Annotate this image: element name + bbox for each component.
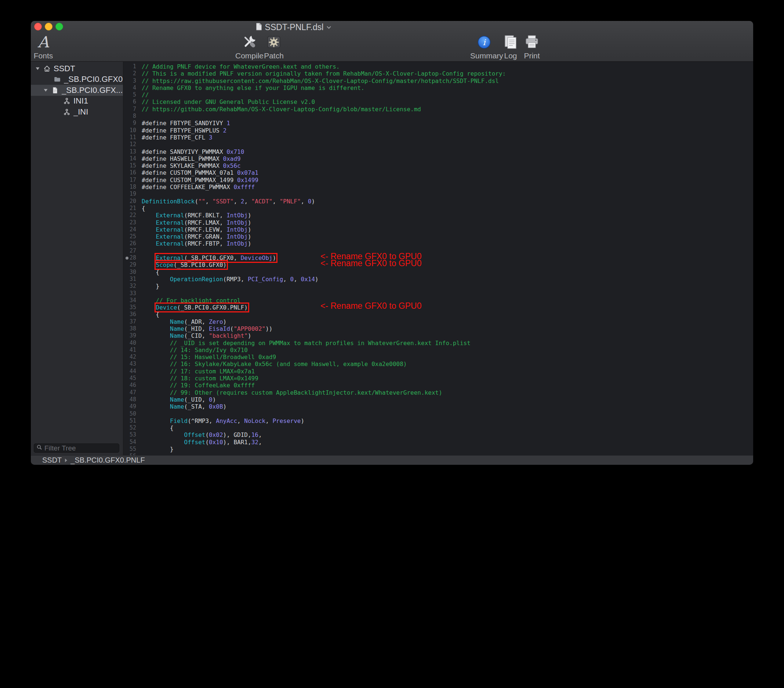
- home-icon: [43, 65, 51, 72]
- line-number: 5: [124, 91, 139, 98]
- code-area[interactable]: // Adding PNLF device for WhateverGreen.…: [139, 62, 753, 455]
- code-line: // 17: custom LMAX=0x7a1: [142, 368, 753, 375]
- code-line: // Rename GFX0 to anything else if your …: [142, 84, 753, 91]
- line-number: 25: [124, 233, 139, 240]
- sidebar-item-label: SSDT: [54, 64, 75, 73]
- code-line: // 19: CoffeeLake 0xffff: [142, 382, 753, 389]
- sidebar-item-label: _INI: [73, 107, 88, 117]
- line-number: 4: [124, 84, 139, 91]
- sidebar-item-sb-pci0-gfx0[interactable]: _SB.PCI0.GFX0: [31, 74, 123, 85]
- code-line: Field(^RMP3, AnyAcc, NoLock, Preserve): [142, 417, 753, 424]
- disclosure-triangle-icon[interactable]: [34, 66, 41, 71]
- printer-icon: [518, 33, 546, 51]
- line-number: 36: [124, 311, 139, 318]
- zoom-button[interactable]: [55, 23, 63, 30]
- code-line: [142, 453, 753, 455]
- line-number: 26: [124, 240, 139, 247]
- sidebar-item-sb-pci0-gfx[interactable]: _SB.PCI0.GFX...: [31, 85, 123, 96]
- line-number: 47: [124, 389, 139, 396]
- line-number: 44: [124, 368, 139, 375]
- filter-tree-input[interactable]: [44, 444, 116, 452]
- line-number: 34: [124, 297, 139, 304]
- code-line: Name(_HID, EisaId("APP0002")): [142, 325, 753, 332]
- fonts-button[interactable]: A Fonts: [31, 33, 56, 60]
- summary-button[interactable]: i Summary: [470, 33, 498, 60]
- line-number: 11: [124, 134, 139, 141]
- code-line: }: [142, 446, 753, 453]
- code-line: #define FBTYPE_CFL 3: [142, 134, 753, 141]
- annotation-red-box: Scope(_SB.PCI0.GFX0): [156, 261, 227, 268]
- compile-button[interactable]: Compile: [235, 33, 263, 60]
- line-number: 15: [124, 162, 139, 169]
- code-line: External(RMCF.LEVW, IntObj): [142, 226, 753, 233]
- code-line: // Licensed under GNU General Public Lic…: [142, 98, 753, 106]
- code-line: Name(_ADR, Zero): [142, 318, 753, 325]
- code-line: [142, 247, 753, 254]
- search-icon: [37, 445, 42, 452]
- sidebar-item-ssdt[interactable]: SSDT: [31, 63, 123, 74]
- close-button[interactable]: [34, 23, 42, 30]
- line-number-gutter: 1234567891011121314151617181920212223242…: [124, 62, 139, 455]
- maciasl-window: SSDT-PNLF.dsl A Fonts Compile: [31, 21, 753, 465]
- breadcrumb-separator-icon: [65, 459, 67, 462]
- annotation-red-box: Device(_SB.PCI0.GFX0.PNLF): [156, 304, 248, 311]
- line-number: 1: [124, 63, 139, 70]
- annotation-text: <- Rename GFX0 to GPU0: [320, 260, 422, 267]
- code-line: #define SKYLAKE_PWMMAX 0x56c: [142, 162, 753, 169]
- line-number: 2: [124, 70, 139, 77]
- chevron-down-icon[interactable]: [326, 24, 331, 30]
- line-number: 52: [124, 424, 139, 431]
- line-number: 49: [124, 403, 139, 410]
- code-line: // https://raw.githubusercontent.com/Reh…: [142, 78, 753, 84]
- code-line: // 99: Other (requires custom AppleBackl…: [142, 389, 753, 396]
- line-number: 30: [124, 269, 139, 276]
- code-line: #define SANDYIVY_PWMMAX 0x710: [142, 148, 753, 155]
- line-number: 32: [124, 283, 139, 290]
- filter-tree-field[interactable]: [34, 444, 119, 453]
- window-header: SSDT-PNLF.dsl A Fonts Compile: [31, 21, 753, 62]
- code-line: [142, 191, 753, 198]
- patch-icon: [260, 33, 288, 51]
- print-button[interactable]: Print: [518, 33, 546, 60]
- line-number: 22: [124, 212, 139, 219]
- window-title: SSDT-PNLF.dsl: [265, 22, 324, 32]
- patch-button[interactable]: Patch: [260, 33, 288, 60]
- summary-label: Summary: [470, 51, 498, 60]
- line-number: 6: [124, 98, 139, 106]
- fonts-icon: A: [31, 33, 56, 51]
- sidebar-item-ini1[interactable]: INI1: [31, 96, 123, 107]
- window-title-group[interactable]: SSDT-PNLF.dsl: [235, 22, 352, 32]
- minimize-button[interactable]: [45, 23, 53, 30]
- line-number: 3: [124, 78, 139, 84]
- code-line: // 14: Sandy/Ivy 0x710: [142, 346, 753, 353]
- ssdt-tree: SSDT_SB.PCI0.GFX0_SB.PCI0.GFX...INI1_INI: [31, 62, 123, 117]
- line-number: 51: [124, 417, 139, 424]
- line-number: 42: [124, 353, 139, 361]
- line-number: 33: [124, 290, 139, 297]
- line-number: 50: [124, 411, 139, 417]
- code-line: [142, 113, 753, 120]
- line-number: 23: [124, 219, 139, 226]
- document-icon: [51, 87, 59, 94]
- fonts-label: Fonts: [31, 51, 56, 60]
- sidebar-item-ini[interactable]: _INI: [31, 106, 123, 117]
- traffic-lights: [34, 23, 63, 30]
- code-editor[interactable]: 1234567891011121314151617181920212223242…: [124, 62, 753, 455]
- annotation-text: <- Rename GFX0 to GPU0: [320, 302, 422, 310]
- code-line: Scope(_SB.PCI0.GFX0)<- Rename GFX0 to GP…: [142, 261, 753, 268]
- code-line: External(RMCF.LMAX, IntObj): [142, 219, 753, 226]
- line-number: 20: [124, 198, 139, 205]
- code-line: #define CUSTOM_PWMMAX_1499 0x1499: [142, 177, 753, 183]
- code-line: {: [142, 269, 753, 276]
- code-line: External(RMCF.FBTP, IntObj): [142, 240, 753, 247]
- folder-icon: [54, 76, 61, 83]
- compile-label: Compile: [235, 51, 263, 60]
- code-line: Name(_CID, "backlight"): [142, 332, 753, 339]
- line-number: 41: [124, 346, 139, 353]
- code-line: OperationRegion(RMP3, PCI_Config, 0, 0x1…: [142, 276, 753, 283]
- line-number: 38: [124, 325, 139, 332]
- disclosure-triangle-icon[interactable]: [42, 88, 49, 92]
- line-number: 7: [124, 106, 139, 113]
- line-number: 24: [124, 226, 139, 233]
- line-number: 43: [124, 361, 139, 368]
